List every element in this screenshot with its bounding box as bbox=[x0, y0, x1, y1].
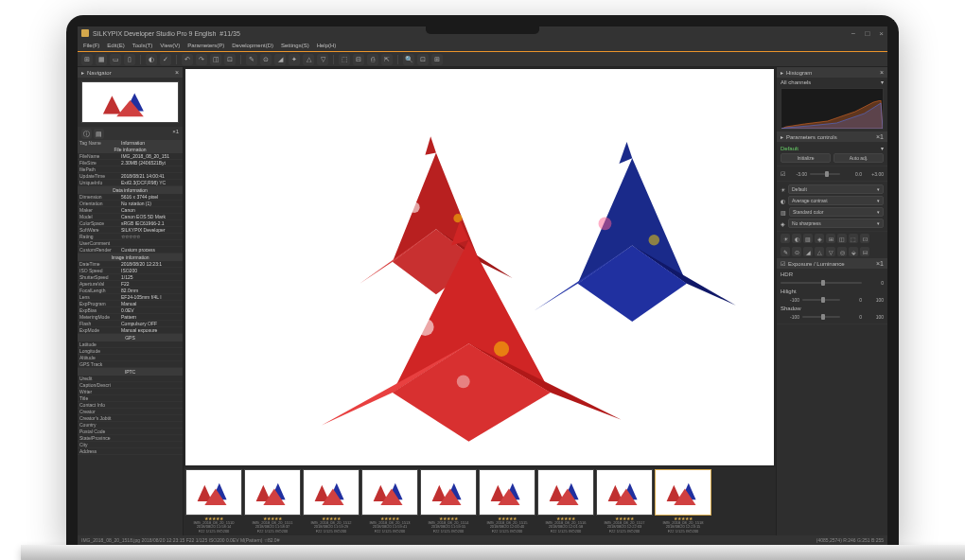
p-tool-10[interactable]: ⊙ bbox=[792, 247, 801, 256]
channels-dropdown-icon[interactable]: ▾ bbox=[881, 79, 884, 85]
sharpness-dropdown[interactable]: No sharpness▾ bbox=[788, 219, 884, 228]
thumbnail[interactable]: ★★★★★IMG_2018_08_20_15102018/08/20 11:58… bbox=[185, 469, 242, 534]
tool-thumbs-icon[interactable]: ▦ bbox=[96, 54, 107, 65]
tool-flag-icon[interactable]: ◐ bbox=[146, 54, 157, 65]
p-tool-16[interactable]: ⊟ bbox=[860, 247, 869, 256]
p-tool-1[interactable]: ☀ bbox=[781, 234, 790, 243]
exposure-close-icon[interactable]: ×1 bbox=[876, 260, 884, 267]
p-tool-3[interactable]: ▥ bbox=[803, 234, 813, 243]
info-row: Longitude bbox=[78, 348, 183, 355]
svg-marker-11 bbox=[619, 142, 632, 164]
menu-parameters[interactable]: Parameters(P) bbox=[187, 43, 224, 48]
tool-fit-icon[interactable]: ⊡ bbox=[417, 54, 429, 65]
info-label: Maker bbox=[78, 207, 119, 213]
tool-clone-icon[interactable]: ⊙ bbox=[260, 54, 272, 65]
thumbnail[interactable]: ★★★★★IMG_2018_08_20_15152018/08/20 12:00… bbox=[479, 469, 535, 534]
close-button[interactable]: × bbox=[879, 29, 884, 38]
tool-batch-icon[interactable]: ⊟ bbox=[353, 54, 364, 65]
tool-zoom-icon[interactable]: 🔍 bbox=[403, 54, 414, 65]
tool-crop-icon[interactable]: ◫ bbox=[210, 54, 221, 65]
tool-grid-icon[interactable]: ⊞ bbox=[81, 54, 93, 65]
tool-nr-icon[interactable]: ▽ bbox=[317, 54, 328, 65]
info-section-file: File information bbox=[78, 146, 183, 153]
thumbnail[interactable]: ★★★★★IMG_2018_08_20_15122018/08/20 11:59… bbox=[303, 469, 360, 534]
thumb-exif: F22 1/125 ISO200 bbox=[361, 530, 418, 534]
info-label: UniqueInfo bbox=[78, 180, 119, 185]
contrast-dropdown[interactable]: Average contrast▾ bbox=[788, 196, 884, 205]
image-counter: #11/35 bbox=[219, 30, 239, 37]
thumbnail[interactable]: ★★★★★IMG_2018_08_20_15162018/08/20 12:01… bbox=[537, 469, 594, 534]
menu-tools[interactable]: Tools(T) bbox=[132, 43, 153, 48]
minimize-button[interactable]: − bbox=[851, 29, 856, 38]
info-expand-icon[interactable]: ×1 bbox=[172, 129, 179, 138]
p-tool-5[interactable]: ⊞ bbox=[826, 234, 835, 243]
p-tool-15[interactable]: ⬙ bbox=[849, 247, 858, 256]
thumbnail[interactable]: ★★★★★IMG_2018_08_20_15142018/08/20 11:59… bbox=[420, 469, 477, 534]
tool-sharpen-icon[interactable]: △ bbox=[303, 54, 314, 65]
tool-print-icon[interactable]: ⎙ bbox=[367, 54, 378, 65]
info-row: UpdateTime2018/08/21 14:00:41 bbox=[78, 173, 183, 180]
thumbnail[interactable]: ★★★★★IMG_2018_08_20_15182018/08/20 12:23… bbox=[655, 469, 711, 534]
info-row: ColorSpacesRGB IEC61966-2.1 bbox=[78, 220, 183, 227]
info-row: Postal Code bbox=[78, 429, 183, 435]
exposure-label: Exposure / Luminance bbox=[788, 261, 845, 267]
tool-brush-icon[interactable]: ✎ bbox=[246, 54, 257, 65]
info-label: ColorSpace bbox=[78, 220, 119, 226]
initialize-button[interactable]: Initialize bbox=[781, 153, 831, 163]
p-tool-6[interactable]: ◫ bbox=[837, 234, 847, 243]
tool-mark-icon[interactable]: ✓ bbox=[160, 54, 171, 65]
wb-dropdown[interactable]: Default▾ bbox=[788, 184, 884, 194]
p-tool-14[interactable]: ◎ bbox=[837, 247, 847, 256]
exposure-slider[interactable] bbox=[810, 173, 840, 175]
tool-100-icon[interactable]: ⊞ bbox=[431, 54, 443, 65]
default-preset[interactable]: Default bbox=[781, 146, 798, 151]
maximize-button[interactable]: □ bbox=[865, 29, 869, 38]
tool-adjust-icon[interactable]: ⊡ bbox=[224, 54, 236, 65]
navigator-close-icon[interactable]: × bbox=[175, 69, 179, 76]
sh-min: -100 bbox=[781, 314, 799, 320]
color-dropdown[interactable]: Standard color▾ bbox=[789, 207, 884, 217]
params-close-icon[interactable]: ×1 bbox=[876, 133, 884, 140]
tool-rotate-left-icon[interactable]: ↶ bbox=[182, 54, 193, 65]
p-tool-7[interactable]: ⬚ bbox=[849, 234, 858, 243]
info-label: Altitude bbox=[78, 355, 119, 360]
thumbnail[interactable]: ★★★★★IMG_2018_08_20_15172018/08/20 12:22… bbox=[596, 469, 653, 534]
hdr-slider[interactable] bbox=[781, 282, 862, 284]
p-tool-12[interactable]: △ bbox=[815, 247, 824, 256]
tool-preview-icon[interactable]: ▭ bbox=[110, 54, 121, 65]
p-tool-11[interactable]: ◢ bbox=[803, 247, 813, 256]
tool-effects-icon[interactable]: ✦ bbox=[289, 54, 300, 65]
tool-rotate-right-icon[interactable]: ↷ bbox=[196, 54, 207, 65]
preset-dropdown-icon[interactable]: ▾ bbox=[881, 145, 884, 151]
thumbnail-strip: ★★★★★IMG_2018_08_20_15102018/08/20 11:58… bbox=[184, 467, 776, 535]
p-tool-13[interactable]: ▽ bbox=[826, 247, 835, 256]
shadow-slider[interactable] bbox=[802, 316, 840, 318]
menu-help[interactable]: Help(H) bbox=[317, 43, 337, 48]
svg-marker-4 bbox=[425, 136, 436, 155]
menu-settings[interactable]: Settings(S) bbox=[281, 43, 309, 48]
navigator-preview[interactable] bbox=[81, 81, 179, 123]
info-section-gps: GPS bbox=[78, 334, 183, 341]
menu-development[interactable]: Development(D) bbox=[232, 43, 273, 48]
p-tool-8[interactable]: ⊡ bbox=[860, 234, 869, 243]
highlight-slider[interactable] bbox=[802, 299, 840, 301]
meta-tab-icon[interactable]: ▤ bbox=[94, 129, 104, 139]
info-tab-icon[interactable]: ⓘ bbox=[81, 129, 92, 139]
main-canvas[interactable] bbox=[185, 69, 774, 465]
histogram-close-icon[interactable]: × bbox=[880, 69, 884, 76]
tool-export-icon[interactable]: ⇱ bbox=[381, 54, 393, 65]
tool-compare-icon[interactable]: ▯ bbox=[124, 54, 135, 65]
thumbnail[interactable]: ★★★★★IMG_2018_08_20_15132018/08/20 11:59… bbox=[361, 469, 418, 534]
tool-dev-icon[interactable]: ⬚ bbox=[339, 54, 350, 65]
autoadj-button[interactable]: Auto adj. bbox=[833, 153, 884, 163]
tool-gradient-icon[interactable]: ◢ bbox=[274, 54, 286, 65]
info-label: ExpProgram bbox=[78, 301, 119, 306]
thumbnail[interactable]: ★★★★★IMG_2018_08_20_15112018/08/20 11:58… bbox=[244, 469, 301, 534]
menu-view[interactable]: View(V) bbox=[160, 43, 180, 48]
info-value: IMG_2018_08_20_151 bbox=[119, 153, 183, 159]
p-tool-4[interactable]: ◈ bbox=[815, 234, 824, 243]
menu-file[interactable]: File(F) bbox=[83, 43, 99, 48]
menu-edit[interactable]: Edit(E) bbox=[107, 43, 124, 48]
p-tool-9[interactable]: ✎ bbox=[781, 247, 790, 256]
p-tool-2[interactable]: ◐ bbox=[792, 234, 801, 243]
